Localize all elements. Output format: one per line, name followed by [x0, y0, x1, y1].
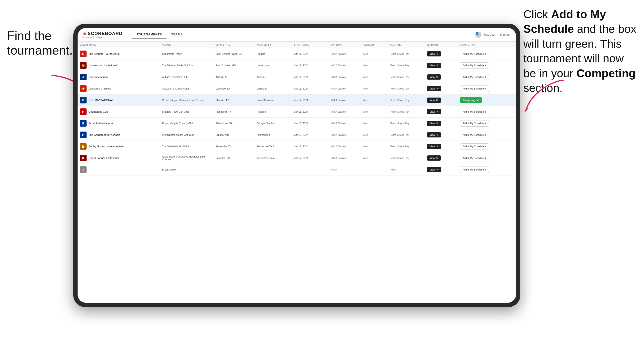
table-row: G GCU INVITATIONAL Grand Canyon Universi… — [78, 94, 516, 106]
cell-scoring: Team, Stroke Play — [388, 152, 425, 164]
cell-competing: Add to My Schedule + — [458, 60, 516, 71]
plus-icon: + — [484, 145, 486, 148]
cell-start-date: Mar 11, 2024 — [291, 83, 328, 94]
cell-venue: Auburn University Club — [160, 71, 213, 83]
event-name-text: GCU INVITATIONAL — [88, 99, 114, 102]
cell-competing: Add to My Schedule + — [458, 129, 516, 141]
view-button[interactable]: View 👁 — [427, 144, 441, 149]
competing-button[interactable]: Competing ✓ — [460, 97, 482, 103]
cell-division: NCAA Division I — [328, 83, 361, 94]
cell-gender: Men — [361, 48, 388, 60]
cell-city: Lafayette, LA — [213, 83, 254, 94]
add-to-schedule-button[interactable]: Add to My Schedule + — [460, 120, 489, 127]
nav-signout[interactable]: Sign out — [500, 33, 510, 36]
cell-division: NCAA Division I — [328, 60, 361, 71]
annotation-right-text: Click Add to My Schedule and the box wil… — [524, 8, 636, 94]
cell-hosted-by: Tennessee Tech — [254, 141, 291, 152]
cell-venue: Brook Valley — [160, 164, 213, 175]
tab-teams[interactable]: TEAMS — [166, 31, 187, 38]
add-to-schedule-button[interactable]: Add to My Schedule + — [460, 167, 489, 173]
cell-city — [213, 164, 254, 175]
cell-scoring: Team, Stroke Play — [388, 60, 425, 71]
cell-start-date — [291, 164, 328, 175]
add-to-schedule-button[interactable]: Add to My Schedule + — [460, 74, 489, 80]
add-to-schedule-button[interactable]: Add to My Schedule + — [460, 155, 489, 161]
plus-icon: + — [484, 52, 486, 56]
view-button[interactable]: View 👁 — [427, 132, 441, 138]
cell-hosted-by: Lindenwood — [254, 60, 291, 71]
cell-gender: Men — [361, 152, 388, 164]
cell-actions: View 👁 — [425, 118, 458, 129]
cell-venue: Shadow Hawk Golf Club — [160, 106, 213, 118]
cell-actions: View 👁 — [425, 106, 458, 118]
add-to-schedule-button[interactable]: Add to My Schedule + — [460, 85, 489, 92]
eye-icon: 👁 — [436, 157, 438, 160]
event-name-text: Linger Longer Invitational — [88, 157, 119, 160]
view-button[interactable]: View 👁 — [427, 98, 441, 103]
nav-user: Test User — [484, 33, 496, 36]
event-name-text: The Johnnie - O Individual — [88, 52, 120, 55]
cell-venue: The Missouri Bluffs Golf Club — [160, 60, 213, 71]
cell-hosted-by: Louisiana — [254, 83, 291, 94]
view-button[interactable]: View 👁 — [427, 86, 441, 91]
eye-icon: 👁 — [436, 110, 438, 113]
cell-competing: Competing ✓ — [458, 94, 516, 106]
add-to-schedule-button[interactable]: Add to My Schedule + — [460, 62, 489, 69]
svg-marker-1 — [524, 107, 528, 112]
cell-competing: Add to My Schedule + — [458, 164, 516, 175]
cell-start-date: Mar 13, 2024 — [291, 106, 328, 118]
view-button[interactable]: View 👁 — [427, 109, 441, 114]
add-to-schedule-button[interactable]: Add to My Schedule + — [460, 143, 489, 150]
col-header-scoring: SCORING — [388, 42, 425, 48]
tab-tournaments[interactable]: TOURNAMENTS — [132, 31, 166, 38]
cell-city: Eatonton, GA — [213, 152, 254, 164]
cell-hosted-by: Auburn — [254, 71, 291, 83]
view-button[interactable]: View 👁 — [427, 51, 441, 56]
cell-start-date: Mar 11, 2024 — [291, 71, 328, 83]
eye-icon: 👁 — [436, 168, 438, 171]
add-to-schedule-button[interactable]: Add to My Schedule + — [460, 109, 489, 115]
view-button[interactable]: View 👁 — [427, 74, 441, 80]
view-button[interactable]: View 👁 — [427, 63, 441, 68]
cell-venue: The Sevierville Golf Club — [160, 141, 213, 152]
cell-venue: Grand Canyon University Golf Course — [160, 94, 213, 106]
eye-icon: 👁 — [436, 87, 438, 90]
cell-scoring: Team, — [388, 164, 425, 175]
cell-actions: View 👁 — [425, 83, 458, 94]
cell-scoring: Team, Stroke Play — [388, 141, 425, 152]
cell-event-name: A Tiger Invitational — [78, 71, 160, 83]
tournaments-table: EVENT NAME VENUE CITY, STATE HOSTED BY S… — [78, 42, 516, 175]
add-to-schedule-button[interactable]: Add to My Schedule + — [460, 132, 489, 138]
eye-icon: 👁 — [436, 122, 438, 125]
team-logo: B — [80, 132, 86, 138]
cell-start-date: Mar 16, 2024 — [291, 129, 328, 141]
cell-scoring: Team, Stroke Play — [388, 83, 425, 94]
table-row: ⚜ Louisiana Classics Oakbourne Country C… — [78, 83, 516, 94]
cell-division: NCAA Division I — [328, 106, 361, 118]
view-button[interactable]: View 👁 — [427, 156, 441, 161]
view-button[interactable]: View 👁 — [427, 167, 441, 172]
cell-competing: Add to My Schedule + — [458, 71, 516, 83]
cell-hosted-by: Rutgers — [254, 48, 291, 60]
event-name-text: Lindenwood Invitational — [88, 64, 117, 67]
cell-division: NCAA Division I — [328, 48, 361, 60]
table-row: E Schenkel Invitational Forest Heights C… — [78, 118, 516, 129]
check-icon: ✓ — [476, 99, 479, 102]
logo-area: ■ SCOREBOARD Powered by clippd — [83, 31, 122, 38]
add-to-schedule-button[interactable]: Add to My Schedule + — [460, 51, 489, 57]
nav-right: 👤 Test User | Sign out — [475, 32, 510, 38]
cell-start-date: Mar 11, 2024 — [291, 48, 328, 60]
plus-icon: + — [484, 156, 486, 160]
cell-city: Sevierville, TN — [213, 141, 254, 152]
view-button[interactable]: View 👁 — [427, 121, 441, 126]
cell-division: NCAA Division I — [328, 71, 361, 83]
team-logo: ⚜ — [80, 85, 86, 92]
cell-gender — [361, 164, 388, 175]
table-wrap[interactable]: EVENT NAME VENUE CITY, STATE HOSTED BY S… — [78, 42, 516, 303]
cell-city: Auburn, AL — [213, 71, 254, 83]
cell-scoring: Team, Stroke Play — [388, 94, 425, 106]
cell-venue: Forest Heights Country Club — [160, 118, 213, 129]
eye-icon: 👁 — [436, 76, 438, 78]
cell-gender: Men — [361, 94, 388, 106]
team-logo: A — [80, 74, 86, 80]
